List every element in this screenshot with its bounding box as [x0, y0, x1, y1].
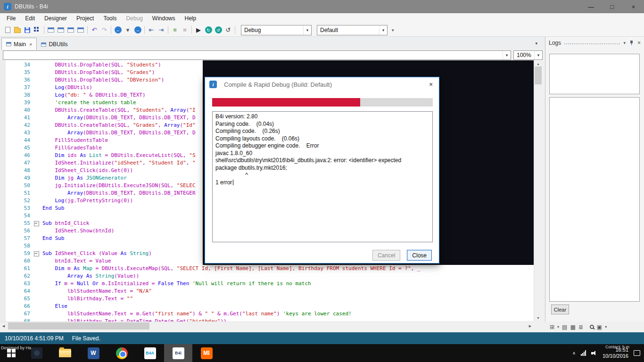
list-icon[interactable]: ≣ [578, 324, 583, 330]
toolbar-show-logs-panel-button[interactable] [76, 25, 85, 35]
code-line-67[interactable]: 67 lblStudentName.Text = m.Get("first na… [0, 310, 534, 318]
panel-dropdown-icon[interactable]: ▾ [623, 41, 626, 45]
toolbar-restart-button[interactable]: ↺ [214, 25, 223, 35]
fold-gutter [33, 114, 41, 122]
sub-selector-combobox[interactable]: ▾ [3, 50, 511, 60]
toolbar-outdent-button[interactable]: ⇤ [147, 25, 156, 35]
chevron-down-icon[interactable]: ▾ [503, 51, 511, 59]
scroll-right-icon[interactable]: ▶ [527, 322, 534, 330]
code-line-66[interactable]: 66 Else [0, 303, 534, 310]
toolbar-save-button[interactable] [23, 25, 32, 35]
panel-close-icon[interactable]: × [637, 40, 641, 46]
tray-expand-icon[interactable]: ∧ [572, 351, 576, 355]
vertical-scrollbar[interactable]: ▲ ▼ [534, 60, 542, 321]
compile-output-box[interactable]: B4i version: 2.80Parsing code. (0.04s)Co… [212, 111, 433, 242]
grid-icon[interactable]: ▦ [570, 324, 575, 330]
panel-grip[interactable] [564, 43, 620, 44]
taskbar-b4a-button[interactable]: B4A [136, 344, 164, 362]
tab-list-dropdown-icon[interactable]: ▾ [535, 41, 537, 46]
toolbar-new-project-button[interactable] [3, 25, 12, 35]
toolbar-show-designer-button[interactable] [46, 25, 56, 35]
zoom-combobox[interactable]: 100% ▾ [513, 50, 543, 60]
tab-close-icon[interactable]: × [29, 41, 32, 47]
dialog-close-icon[interactable]: × [424, 77, 438, 91]
toolbar-redo-button[interactable]: ↷ [99, 25, 109, 35]
toolbar-show-panel-b-button[interactable] [66, 25, 75, 35]
toolbar-navigate-back-button[interactable]: ← [113, 25, 123, 35]
menu-tools[interactable]: Tools [99, 14, 121, 23]
code-text: End Sub [41, 235, 64, 242]
panels-dropdown-icon[interactable]: ▾ [557, 325, 559, 329]
maximize-button[interactable]: □ [602, 0, 623, 13]
tab-document-icon [41, 42, 46, 47]
scroll-down-icon[interactable]: ▼ [534, 314, 542, 321]
vertical-scrollbar-thumb[interactable] [535, 66, 542, 84]
toolbar-open-project-button[interactable] [13, 25, 22, 35]
debug-mode-combobox[interactable]: Debug ▾ [241, 25, 312, 35]
tab-main[interactable]: Main× [1, 38, 37, 50]
toolbar-clean-project-button[interactable]: ↺ [223, 25, 233, 35]
chevron-down-icon[interactable]: ▾ [534, 51, 542, 59]
toolbar-comment-button[interactable]: ≡ [170, 25, 180, 35]
logs-filter-box[interactable] [549, 54, 640, 94]
menu-help[interactable]: Help [180, 14, 201, 23]
build-configuration-combobox[interactable]: Default ▾ [317, 25, 388, 35]
taskbar-mi-button[interactable]: MI [192, 344, 221, 362]
toolbar-show-panel-a-button[interactable] [56, 25, 66, 35]
cancel-button[interactable]: Cancel [372, 250, 400, 261]
toolbar-overflow-button[interactable]: ▾ [392, 28, 394, 33]
search-icon[interactable] [590, 325, 594, 329]
editor-header-bar: ▾ 100% ▾ [0, 50, 545, 60]
menu-project[interactable]: Project [72, 14, 99, 23]
layout-dropdown-icon[interactable]: ▾ [605, 325, 607, 329]
code-line-64[interactable]: 64 lblStudentName.Text = "N/A" [0, 288, 534, 295]
logs-output-box[interactable] [549, 97, 640, 302]
menu-debug[interactable]: Debug [121, 14, 147, 23]
code-line-61[interactable]: 61 Dim m As Map = DBUtils.ExecuteMap(SQL… [0, 265, 534, 272]
clear-logs-button[interactable]: Clear [551, 304, 569, 314]
fold-gutter [33, 310, 41, 318]
debug-mode-value: Debug [244, 27, 261, 33]
taskbar-chrome-button[interactable] [107, 344, 136, 362]
toolbar-navigate-forward-button[interactable]: → [133, 25, 142, 35]
menu-file[interactable]: File [2, 14, 20, 23]
status-message: File Saved. [72, 335, 100, 342]
toolbar-uncomment-button[interactable]: ≡ [180, 25, 190, 35]
menu-edit[interactable]: Edit [20, 14, 40, 23]
layout-icon[interactable]: ▣ [597, 324, 602, 330]
scroll-left-icon[interactable]: ◀ [0, 322, 7, 330]
chevron-down-icon[interactable]: ▾ [379, 25, 387, 35]
horizontal-scrollbar-thumb[interactable] [8, 322, 149, 329]
files-icon[interactable]: ▤ [562, 324, 567, 330]
network-icon[interactable] [581, 350, 586, 356]
tab-dbutils[interactable]: DBUtils [37, 39, 72, 50]
volume-icon[interactable] [591, 351, 597, 356]
taskbar-b4i-button[interactable]: B4i [164, 344, 192, 362]
minimize-button[interactable]: — [580, 0, 602, 13]
chevron-down-icon[interactable]: ▾ [303, 25, 311, 35]
toolbar-modules-button[interactable] [33, 25, 42, 35]
menu-windows[interactable]: Windows [148, 14, 180, 23]
panels-icon[interactable]: ⊞ [550, 324, 554, 330]
compile-log-line: Compiling layouts code. (0.06s) [215, 135, 429, 143]
pin-icon[interactable] [629, 40, 634, 46]
taskbar-word-button[interactable]: W [79, 344, 107, 362]
toolbar-navigate-back-dropdown-button[interactable]: ▾ [123, 25, 132, 35]
toolbar-indent-button[interactable]: ⇥ [157, 25, 166, 35]
window-titlebar: i DBUtils - B4i — □ × [0, 0, 644, 13]
code-line-65[interactable]: 65 lblBirthday.Text = "" [0, 295, 534, 303]
code-line-63[interactable]: 63 If m = Null Or m.IsInitialized = Fals… [0, 280, 534, 288]
toolbar-undo-button[interactable]: ↶ [90, 25, 99, 35]
code-line-62[interactable]: 62 Array As String(Value)) [0, 272, 534, 280]
toolbar-run-button[interactable]: ▶ [194, 25, 203, 35]
compile-log-line: javac 1.8.0_60 [215, 150, 429, 157]
action-center-icon[interactable] [634, 350, 640, 356]
code-line-68[interactable]: 68 lblBirthday.Text = DateTime.Date(m.Ge… [0, 318, 534, 321]
close-button[interactable]: × [623, 0, 644, 13]
taskbar-file-explorer-button[interactable] [51, 344, 79, 362]
toolbar-rapid-debug-button[interactable]: ↻ [204, 25, 213, 35]
horizontal-scrollbar[interactable]: ◀ ▶ [0, 321, 534, 329]
menu-designer[interactable]: Designer [40, 14, 72, 23]
close-dialog-button[interactable]: Close [407, 250, 432, 261]
code-text: IdSheet_Click(ids.Get(0)) [41, 167, 133, 174]
